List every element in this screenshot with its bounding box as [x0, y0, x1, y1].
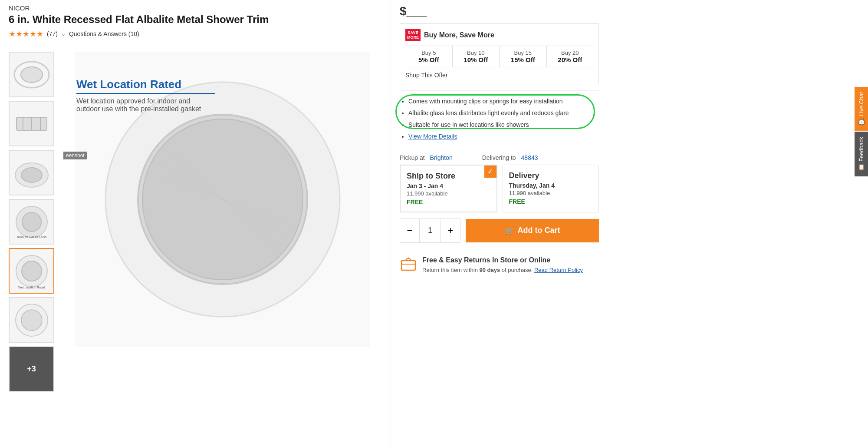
thumbnail-list: Albalite Glass Lens Wet Location Rated — [9, 52, 56, 392]
feedback-tab[interactable]: 📋 Feedback — [855, 132, 868, 176]
delivery-label: Delivering to — [482, 154, 516, 161]
star-rating[interactable]: ★★★★★ — [9, 29, 43, 39]
selected-check-icon: ✓ — [484, 166, 496, 178]
quantity-increase-button[interactable]: + — [441, 219, 460, 242]
delivery-dates: Thursday, Jan 4 — [509, 182, 593, 189]
tier-3-qty: Buy 15 — [501, 50, 545, 56]
tier-1-qty: Buy 5 — [407, 50, 450, 56]
buy-more-header: SAVEMORE Buy More, Save More — [405, 29, 593, 41]
live-chat-tab[interactable]: 💬 Live Chat — [855, 87, 868, 131]
svg-point-7 — [21, 168, 42, 182]
delivery-title: Delivery — [509, 171, 593, 180]
tier-3-disc: 15% Off — [501, 56, 545, 63]
tier-4-disc: 20% Off — [549, 56, 592, 63]
quantity-control: − 1 + — [400, 219, 460, 243]
pickup-row: Pickup at Brighton Delivering to 48843 — [400, 154, 599, 161]
return-policy-link[interactable]: Read Return Policy — [534, 267, 583, 273]
more-images-label: +3 — [27, 364, 36, 374]
add-to-cart-button[interactable]: 🛒 Add to Cart — [466, 219, 599, 242]
delivery-zip[interactable]: 48843 — [521, 154, 538, 161]
save-more-icon: SAVEMORE — [405, 29, 421, 41]
feedback-icon: 📋 — [858, 164, 865, 171]
bullet-3: Suitable for use in wet locations like s… — [408, 120, 599, 129]
product-title: 6 in. White Recessed Flat Albalite Metal… — [9, 13, 382, 26]
returns-section: Free & Easy Returns In Store or Online R… — [400, 250, 599, 277]
product-area: Albalite Glass Lens Wet Location Rated — [9, 52, 382, 392]
thumbnail-1[interactable] — [9, 52, 54, 97]
svg-point-1 — [21, 67, 43, 83]
svg-rect-22 — [401, 261, 415, 270]
main-image-area: Wet Location Rated Wet location approved… — [63, 52, 382, 392]
thumbnail-2[interactable] — [9, 101, 54, 146]
qa-link[interactable]: Questions & Answers (10) — [69, 30, 139, 37]
right-panel: $___ SAVEMORE Buy More, Save More Buy 5 … — [391, 0, 608, 447]
buy-more-box: SAVEMORE Buy More, Save More Buy 5 5% Of… — [400, 23, 599, 84]
brand-name: NICOR — [9, 4, 382, 12]
buy-tier-4: Buy 20 20% Off — [547, 46, 594, 67]
returns-description: Return this item within 90 days of purch… — [422, 266, 583, 275]
svg-point-15 — [21, 310, 42, 331]
bullet-section: Comes with mounting clips or springs for… — [400, 90, 599, 150]
returns-icon — [400, 256, 417, 277]
live-chat-sidebar: 💬 Live Chat 📋 Feedback — [855, 87, 868, 176]
tier-2-qty: Buy 10 — [454, 50, 498, 56]
delivery-card[interactable]: Delivery Thursday, Jan 4 11,990 availabl… — [503, 165, 599, 212]
bullet-4[interactable]: View More Details — [408, 132, 599, 141]
price-area: $___ — [400, 4, 599, 18]
svg-point-12 — [22, 261, 42, 281]
feature-overlay: Wet Location Rated Wet location approved… — [76, 78, 215, 113]
buy-tier-3: Buy 15 15% Off — [500, 46, 547, 67]
chevron-down-icon: ⌄ — [61, 31, 66, 37]
rating-row: ★★★★★ (77) ⌄ Questions & Answers (10) — [9, 29, 382, 39]
add-to-cart-label: Add to Cart — [518, 226, 560, 235]
price-value: $___ — [400, 4, 427, 18]
pickup-label: Pickup at — [400, 154, 425, 161]
feature-description: Wet location approved for indoor and out… — [76, 97, 215, 113]
returns-text: Free & Easy Returns In Store or Online R… — [422, 256, 583, 275]
svg-text:Wet Location Rated: Wet Location Rated — [18, 286, 45, 289]
tier-4-qty: Buy 20 — [549, 50, 592, 56]
ship-to-store-price: FREE — [407, 199, 490, 205]
thumbnail-3[interactable] — [9, 150, 54, 195]
live-chat-icon: 💬 — [858, 119, 865, 126]
thumbnail-more[interactable]: +3 — [9, 346, 54, 392]
ship-to-store-title: Ship to Store — [407, 172, 490, 181]
svg-text:Albalite Glass Lens: Albalite Glass Lens — [16, 235, 46, 239]
shop-offer-link[interactable]: Shop This Offer — [405, 72, 448, 79]
cart-icon: 🛒 — [505, 226, 514, 235]
buy-tiers: Buy 5 5% Off Buy 10 10% Off Buy 15 15% O… — [405, 46, 593, 67]
screenshot-label: eenshot — [63, 152, 87, 159]
ship-to-store-card[interactable]: ✓ Ship to Store Jan 3 - Jan 4 11,990 ava… — [400, 165, 497, 212]
thumbnail-5[interactable]: Wet Location Rated — [9, 248, 54, 294]
thumbnail-4[interactable]: Albalite Glass Lens — [9, 199, 54, 245]
tier-2-disc: 10% Off — [454, 56, 498, 63]
quantity-decrease-button[interactable]: − — [400, 219, 419, 242]
product-header: NICOR 6 in. White Recessed Flat Albalite… — [9, 0, 382, 47]
pickup-location[interactable]: Brighton — [430, 154, 453, 161]
ship-to-store-avail: 11,990 available — [407, 190, 490, 197]
tier-1-disc: 5% Off — [407, 56, 450, 63]
svg-point-9 — [22, 212, 41, 232]
feedback-label: Feedback — [858, 137, 865, 162]
delivery-avail: 11,990 available — [509, 190, 593, 196]
bullet-2: Albalite glass lens distributes light ev… — [408, 109, 599, 118]
returns-title: Free & Easy Returns In Store or Online — [422, 256, 583, 264]
quantity-value: 1 — [419, 219, 441, 242]
shipping-options: ✓ Ship to Store Jan 3 - Jan 4 11,990 ava… — [400, 165, 599, 212]
view-more-link[interactable]: View More Details — [408, 133, 457, 140]
live-chat-label: Live Chat — [858, 92, 865, 116]
add-to-cart-row: − 1 + 🛒 Add to Cart — [400, 219, 599, 243]
feature-title: Wet Location Rated — [76, 78, 215, 94]
bullet-1: Comes with mounting clips or springs for… — [408, 97, 599, 106]
thumbnail-6[interactable] — [9, 297, 54, 343]
feature-bullets: Comes with mounting clips or springs for… — [400, 97, 599, 141]
buy-more-title: Buy More, Save More — [424, 31, 494, 39]
buy-tier-2: Buy 10 10% Off — [453, 46, 500, 67]
ship-to-store-dates: Jan 3 - Jan 4 — [407, 182, 490, 189]
pickup-delivery: Pickup at Brighton Delivering to 48843 ✓… — [400, 154, 599, 212]
review-count[interactable]: (77) — [47, 30, 58, 37]
buy-tier-1: Buy 5 5% Off — [405, 46, 453, 67]
delivery-price: FREE — [509, 198, 593, 205]
